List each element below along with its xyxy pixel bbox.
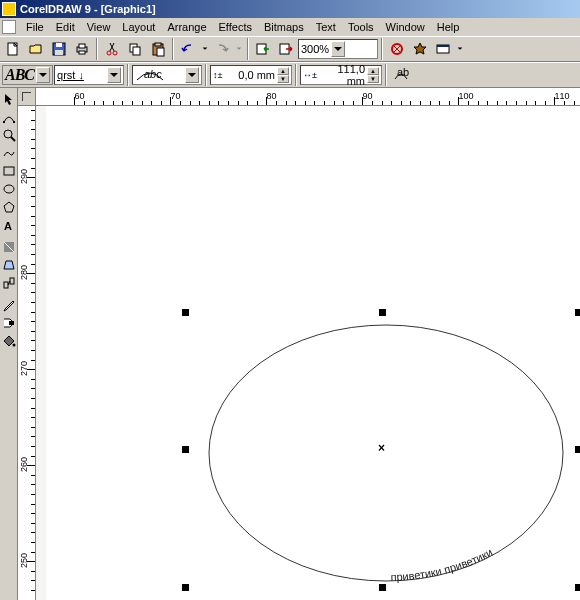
shape-tool[interactable] — [1, 109, 17, 125]
export-button[interactable] — [275, 38, 297, 60]
save-button[interactable] — [48, 38, 70, 60]
svg-text:abc: abc — [144, 68, 162, 80]
menu-edit[interactable]: Edit — [50, 19, 81, 35]
zoom-combo[interactable]: 300% — [298, 39, 378, 59]
path-style-arrow[interactable] — [185, 67, 199, 83]
selection-handle[interactable] — [575, 446, 580, 453]
svg-point-33 — [12, 344, 15, 347]
selection-handle[interactable] — [379, 584, 386, 591]
menu-effects[interactable]: Effects — [213, 19, 258, 35]
canvas[interactable]: приветики приветики × — [36, 106, 580, 600]
text-preset-display[interactable]: ABC — [2, 65, 53, 85]
menu-tools[interactable]: Tools — [342, 19, 380, 35]
ellipse-tool[interactable] — [1, 181, 17, 197]
text-tool[interactable]: A — [1, 217, 17, 233]
distance-down[interactable]: ▼ — [367, 75, 379, 83]
undo-dropdown[interactable] — [200, 38, 210, 60]
offset-spinner[interactable]: ↕± 0,0 mm ▲▼ — [210, 65, 292, 85]
ruler-origin[interactable] — [18, 88, 36, 106]
svg-point-23 — [4, 130, 12, 138]
window-title: CorelDRAW 9 - [Graphic1] — [20, 3, 156, 15]
zoom-dropdown-arrow[interactable] — [331, 41, 345, 57]
preset-arrow[interactable] — [36, 67, 50, 83]
svg-rect-13 — [157, 48, 164, 56]
selection-handle[interactable] — [575, 309, 580, 316]
redo-button[interactable] — [211, 38, 233, 60]
menu-view[interactable]: View — [81, 19, 117, 35]
freehand-tool[interactable] — [1, 145, 17, 161]
import-button[interactable] — [252, 38, 274, 60]
paste-button[interactable] — [147, 38, 169, 60]
distance-up[interactable]: ▲ — [367, 67, 379, 75]
graphics-community-button[interactable] — [409, 38, 431, 60]
svg-rect-6 — [79, 51, 85, 54]
document-icon[interactable] — [2, 20, 16, 34]
interactive-fill-tool[interactable] — [1, 239, 17, 255]
cut-button[interactable] — [101, 38, 123, 60]
place-on-other-side-button[interactable]: ab — [390, 64, 412, 86]
zoom-value: 300% — [301, 43, 329, 55]
vertical-ruler[interactable]: 190200210220230240250260270280290 — [18, 106, 36, 600]
interactive-blend-tool[interactable] — [1, 275, 17, 291]
app-launcher-button[interactable] — [432, 38, 454, 60]
undo-button[interactable] — [177, 38, 199, 60]
menu-help[interactable]: Help — [431, 19, 466, 35]
workspace: A 60708090100110 19020021022023024025026… — [0, 88, 580, 600]
new-button[interactable] — [2, 38, 24, 60]
ruler-area: 60708090100110 1902002102202302402502602… — [18, 88, 580, 600]
zoom-tool[interactable] — [1, 127, 17, 143]
menu-layout[interactable]: Layout — [116, 19, 161, 35]
corel-online-button[interactable] — [386, 38, 408, 60]
selection-handle[interactable] — [182, 446, 189, 453]
menu-window[interactable]: Window — [380, 19, 431, 35]
distance-value[interactable]: 111,0 mm — [317, 63, 367, 87]
horizontal-ruler[interactable]: 60708090100110 — [36, 88, 580, 106]
menu-file[interactable]: File — [20, 19, 50, 35]
outline-tool[interactable] — [1, 315, 17, 331]
svg-rect-12 — [155, 43, 161, 46]
open-button[interactable] — [25, 38, 47, 60]
svg-point-26 — [4, 185, 14, 193]
selection-handle[interactable] — [575, 584, 580, 591]
standard-toolbar: 300% — [0, 36, 580, 62]
svg-rect-2 — [56, 43, 62, 47]
svg-rect-10 — [133, 47, 140, 55]
svg-rect-25 — [4, 167, 14, 175]
selection-handle[interactable] — [182, 309, 189, 316]
selection-handle[interactable] — [379, 309, 386, 316]
path-style-combo[interactable]: abc — [132, 65, 202, 85]
selection-handle[interactable] — [182, 584, 189, 591]
print-button[interactable] — [71, 38, 93, 60]
app-icon — [2, 2, 16, 16]
curved-text[interactable]: приветики приветики — [390, 546, 494, 583]
offset-up[interactable]: ▲ — [277, 67, 289, 75]
menu-arrange[interactable]: Arrange — [161, 19, 212, 35]
distance-spinner[interactable]: ↔± 111,0 mm ▲▼ — [300, 65, 382, 85]
polygon-tool[interactable] — [1, 199, 17, 215]
center-marker[interactable]: × — [378, 441, 385, 455]
svg-rect-30 — [10, 278, 14, 284]
svg-point-8 — [113, 51, 117, 55]
offset-down[interactable]: ▼ — [277, 75, 289, 83]
preset-list-combo[interactable]: qrst ↓ — [54, 65, 124, 85]
interactive-transparency-tool[interactable] — [1, 257, 17, 273]
copy-button[interactable] — [124, 38, 146, 60]
redo-dropdown[interactable] — [234, 38, 244, 60]
preset-list-arrow[interactable] — [107, 67, 121, 83]
svg-rect-29 — [4, 282, 8, 288]
offset-value[interactable]: 0,0 mm — [227, 69, 277, 81]
fill-tool[interactable] — [1, 333, 17, 349]
eyedropper-tool[interactable] — [1, 297, 17, 313]
property-bar: ABC qrst ↓ abc ↕± 0,0 mm ▲▼ ↔± 111,0 mm … — [0, 62, 580, 88]
svg-point-7 — [107, 51, 111, 55]
pick-tool[interactable] — [1, 91, 17, 107]
rectangle-tool[interactable] — [1, 163, 17, 179]
svg-rect-18 — [437, 45, 449, 47]
offset-icon: ↕± — [213, 70, 227, 80]
app-launcher-dropdown[interactable] — [455, 38, 465, 60]
svg-line-24 — [11, 137, 15, 141]
ellipse-path[interactable] — [209, 325, 563, 581]
menu-bitmaps[interactable]: Bitmaps — [258, 19, 310, 35]
svg-rect-21 — [3, 121, 5, 123]
menu-text[interactable]: Text — [310, 19, 342, 35]
